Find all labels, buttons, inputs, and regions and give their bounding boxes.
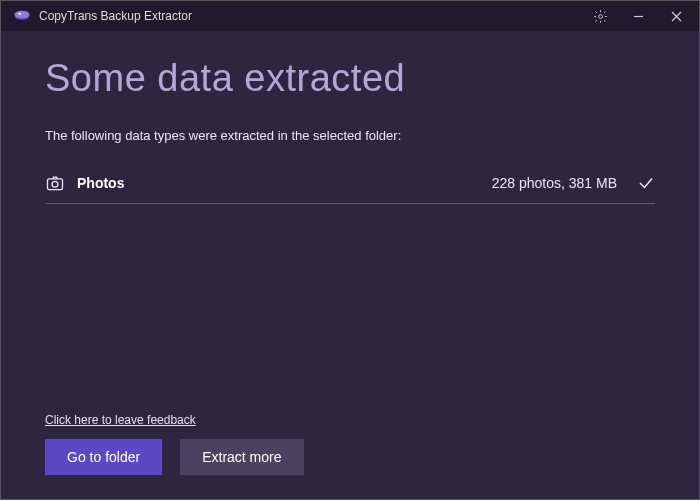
minimize-button[interactable] <box>623 1 653 31</box>
checkmark-icon <box>637 174 655 192</box>
svg-point-8 <box>52 181 58 187</box>
svg-point-2 <box>18 13 21 15</box>
close-button[interactable] <box>661 1 691 31</box>
page-headline: Some data extracted <box>45 57 655 100</box>
app-logo-icon <box>13 7 31 25</box>
item-type-name: Photos <box>77 175 124 191</box>
go-to-folder-button[interactable]: Go to folder <box>45 439 162 475</box>
close-icon <box>671 11 682 22</box>
camera-icon <box>45 173 65 193</box>
app-window: CopyTrans Backup Extractor Some data ext… <box>0 0 700 500</box>
svg-rect-7 <box>48 179 63 190</box>
titlebar: CopyTrans Backup Extractor <box>1 1 699 31</box>
content-area: Some data extracted The following data t… <box>1 31 699 499</box>
extract-more-button[interactable]: Extract more <box>180 439 303 475</box>
svg-point-1 <box>15 11 30 19</box>
gear-icon <box>593 9 608 24</box>
extracted-item-row: Photos 228 photos, 381 MB <box>45 165 655 204</box>
svg-point-3 <box>598 14 602 18</box>
feedback-link[interactable]: Click here to leave feedback <box>45 413 655 427</box>
item-stats: 228 photos, 381 MB <box>492 175 617 191</box>
page-subtitle: The following data types were extracted … <box>45 128 655 143</box>
settings-button[interactable] <box>585 1 615 31</box>
minimize-icon <box>633 11 644 22</box>
app-title: CopyTrans Backup Extractor <box>39 9 192 23</box>
button-row: Go to folder Extract more <box>45 439 655 475</box>
